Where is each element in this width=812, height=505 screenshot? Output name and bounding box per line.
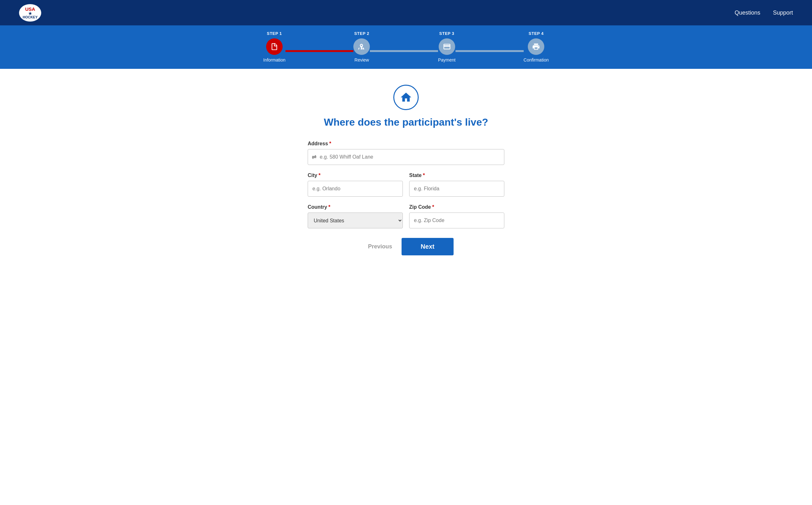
address-group: Address* ⇌ xyxy=(308,141,504,165)
city-group: City* xyxy=(308,173,403,197)
page-title: Where does the participant's live? xyxy=(324,117,488,128)
step2-circle xyxy=(353,38,370,55)
home-icon-circle xyxy=(393,85,419,110)
country-select[interactable]: United States Canada Mexico Other xyxy=(308,212,403,228)
nav-links: Questions Support xyxy=(735,9,793,16)
progress-line-3 xyxy=(455,50,524,52)
step4-name: Confirmation xyxy=(524,57,549,62)
form-container: Address* ⇌ City* State* xyxy=(308,141,504,256)
steps-wrapper: STEP 1 Information STEP 2 Review STEP 3 … xyxy=(263,31,549,62)
next-button[interactable]: Next xyxy=(402,238,453,256)
support-link[interactable]: Support xyxy=(773,9,793,16)
top-navigation: USA ★ HOCKEY Questions Support xyxy=(0,0,812,25)
address-icon: ⇌ xyxy=(312,154,317,161)
country-zip-row: Country* United States Canada Mexico Oth… xyxy=(308,204,504,228)
home-icon xyxy=(400,91,412,104)
city-input[interactable] xyxy=(308,181,403,197)
usa-hockey-logo: USA ★ HOCKEY xyxy=(19,4,41,22)
step1-label: STEP 1 xyxy=(267,31,282,36)
address-label: Address* xyxy=(308,141,504,147)
step4-circle xyxy=(528,38,544,55)
step2-name: Review xyxy=(355,57,369,62)
zipcode-label: Zip Code* xyxy=(409,204,504,210)
step-1: STEP 1 Information xyxy=(263,31,285,62)
country-label: Country* xyxy=(308,204,403,210)
zipcode-group: Zip Code* xyxy=(409,204,504,228)
step-bar: STEP 1 Information STEP 2 Review STEP 3 … xyxy=(0,25,812,69)
step3-name: Payment xyxy=(438,57,455,62)
progress-line-1 xyxy=(285,50,353,52)
step1-circle xyxy=(266,38,282,55)
progress-line-2 xyxy=(370,50,438,52)
step3-label: STEP 3 xyxy=(439,31,454,36)
step-3: STEP 3 Payment xyxy=(438,31,455,62)
step-4: STEP 4 Confirmation xyxy=(524,31,549,62)
logo-area: USA ★ HOCKEY xyxy=(19,4,41,22)
city-state-row: City* State* xyxy=(308,173,504,197)
step-2: STEP 2 Review xyxy=(353,31,370,62)
city-label: City* xyxy=(308,173,403,178)
step1-name: Information xyxy=(263,57,285,62)
button-row: Previous Next xyxy=(308,238,504,256)
address-input[interactable] xyxy=(320,154,500,160)
address-input-wrapper[interactable]: ⇌ xyxy=(308,149,504,165)
main-content: Where does the participant's live? Addre… xyxy=(0,69,812,275)
step2-label: STEP 2 xyxy=(354,31,370,36)
state-group: State* xyxy=(409,173,504,197)
previous-button[interactable]: Previous xyxy=(359,238,402,255)
state-input[interactable] xyxy=(409,181,504,197)
step3-circle xyxy=(439,38,455,55)
state-label: State* xyxy=(409,173,504,178)
questions-link[interactable]: Questions xyxy=(735,9,760,16)
zipcode-input[interactable] xyxy=(409,212,504,228)
country-group: Country* United States Canada Mexico Oth… xyxy=(308,204,403,228)
step4-label: STEP 4 xyxy=(529,31,544,36)
